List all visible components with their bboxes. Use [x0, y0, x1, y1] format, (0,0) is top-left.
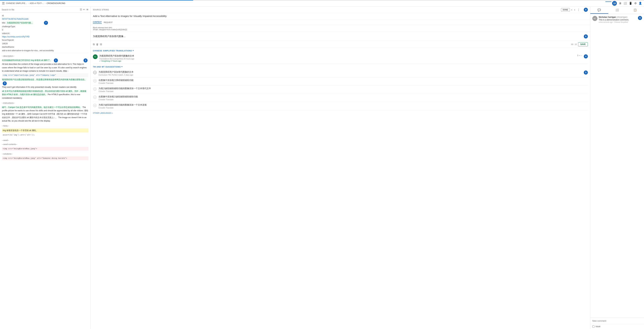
- tab-comments[interactable]: 💬: [590, 7, 608, 14]
- mid-panel: SOURCE STRING DONE ‹ › ⋮ 8 Add a Text Al…: [90, 7, 590, 329]
- breadcrumb-item-2[interactable]: ADD-A-TEXT-...: [30, 2, 44, 5]
- mid-top-bar: SOURCE STRING DONE ‹ › ⋮ 8: [90, 7, 590, 13]
- description-header: --description--: [2, 54, 88, 58]
- tm-icon-4: [93, 103, 97, 107]
- annotation-badge-4: 4: [584, 54, 588, 58]
- monitor-icon[interactable]: 🖥: [619, 2, 622, 5]
- annotation-badge-10: 10: [612, 1, 617, 6]
- save-button[interactable]: SAVE: [578, 42, 588, 46]
- annotation-badge-9: 9: [638, 16, 642, 20]
- tm-icon-0: TM: [93, 71, 97, 75]
- comment-avatar-0: NC: [592, 16, 598, 21]
- field-title-value: 为视觉障碍用户添加替代图...: [6, 21, 33, 25]
- tm-meta-0: Curriculum TM, Perfect match, 5 days ago: [98, 74, 582, 76]
- done-button[interactable]: DONE: [561, 8, 570, 12]
- tab-info[interactable]: ⬜: [608, 7, 626, 14]
- eye-icon[interactable]: 👁: [86, 8, 89, 11]
- tm-item-0: TM 为视觉障碍用户添加替代图像的文本 Curriculum TM, Perfe…: [93, 69, 588, 77]
- new-comment-input[interactable]: [592, 319, 642, 322]
- annotation-badge-8: 8: [584, 8, 588, 12]
- list-icon[interactable]: ☰: [80, 8, 82, 11]
- hints-text: img 标签应该包含一个非空的 alt 属性。: [2, 128, 88, 132]
- gear-icon[interactable]: ⚙: [634, 2, 636, 5]
- tm-meta-1: Crowdin Translate: [98, 82, 588, 84]
- field-id-label: id:: [2, 14, 88, 17]
- translation-author: Translations Bot (camperbot): [99, 58, 123, 60]
- source-string-label: SOURCE STRING: [93, 9, 560, 11]
- field-dashed-label: dashedName:: [2, 45, 88, 49]
- tablet-icon[interactable]: ⬜: [624, 2, 627, 5]
- svg-text:TM: TM: [94, 72, 96, 73]
- main-layout: ☰ ✏ 👁 id: 587d774c367417b2b2512a9c title…: [0, 7, 644, 329]
- annotation-badge-5: 5: [584, 71, 588, 75]
- translations-header[interactable]: CHINESE SIMPLIFIED TRANSLATIONS ▾: [93, 50, 588, 52]
- tm-item-2: 为视力缺陷辅助辅助功能的图像添加一个文本替代文件 Crowdin Transla…: [93, 86, 588, 94]
- context-tab[interactable]: CONTEXT: [93, 21, 102, 24]
- more-icon[interactable]: ⋮: [576, 8, 580, 12]
- field-challenge-label: challengeType:: [2, 25, 88, 28]
- prev-arrow[interactable]: ‹: [570, 8, 573, 11]
- request-tab[interactable]: REQUEST: [104, 21, 113, 23]
- translation-meta: Translations Bot (camperbot) 20 hours ag…: [99, 58, 576, 60]
- issue-checkbox[interactable]: [592, 325, 594, 328]
- right-panel: 💬 ⬜ 📋 NC Nicholas Carrigan (nhcarrigan) …: [590, 7, 644, 329]
- seed-header: --seed--: [2, 139, 88, 142]
- translation-avatar: TC: [93, 54, 98, 59]
- desc-en1: Alt text describes the content of the im…: [2, 63, 87, 72]
- annotation-badge-2: 2: [84, 58, 88, 63]
- sub-time: 17 hours ago: [110, 60, 121, 62]
- tm-icon-1: [93, 79, 97, 83]
- translation-time-val: 20 hours ago: [124, 58, 134, 60]
- tm-icon-2: [93, 87, 97, 91]
- next-arrow[interactable]: ›: [574, 8, 576, 11]
- topbar: ☰ CHINESE SIMPLIFIE... › ADD-A-TEXT-... …: [0, 0, 644, 7]
- breadcrumb-sep-2: ›: [45, 2, 46, 5]
- breadcrumb-item-1[interactable]: CHINESE SIMPLIFIE...: [6, 2, 27, 5]
- phone-icon[interactable]: 📱: [629, 2, 632, 5]
- translation-area: 为视觉障碍用户添加替代图像... 6: [90, 32, 590, 41]
- tm-section: TM AND MT SUGGESTIONS ▾ TM 为视觉障碍用户添加替代图像…: [93, 66, 588, 114]
- tm-content-0: 为视觉障碍用户添加替代图像的文本 Curriculum TM, Perfect …: [98, 71, 582, 76]
- topbar-right: 10 🖥 ⬜ 📱 ⚙ 👤: [612, 1, 642, 6]
- tm-header[interactable]: TM AND MT SUGGESTIONS ▾: [93, 66, 588, 68]
- seed-contents-header: --seed-contents--: [2, 143, 88, 146]
- user-icon[interactable]: 👤: [639, 2, 642, 5]
- comment-author-0: Nicholas Carrigan (nhcarrigan): [599, 16, 636, 18]
- tm-content-2: 为视力缺陷辅助辅助功能的图像添加一个文本替代文件 Crowdin Transla…: [98, 87, 588, 92]
- badge-10: 10: [612, 1, 617, 6]
- field-forum-value: 16628: [2, 42, 88, 45]
- edit-icon[interactable]: ✏: [83, 8, 85, 11]
- solutions-code: <img src="doingKarateNow.jpeg" alt="Some…: [2, 156, 88, 160]
- block-element-text: Block element text (div): [93, 27, 588, 29]
- annotation-badge-3: 3: [3, 81, 7, 85]
- vote-count: 0: [577, 54, 578, 57]
- instructions-block: 碰巧，Camper Cat 是忍者中写代码最厉害的。他正在建立一个可以分享忍者知…: [2, 106, 88, 123]
- source-title: Add a Text Alternative to Images for Vis…: [90, 13, 590, 20]
- field-videouri-label: videoUri:: [2, 32, 88, 35]
- issue-label: Issue: [596, 325, 600, 328]
- tab-details[interactable]: 📋: [626, 7, 644, 14]
- annotation-badge-7: 7: [44, 21, 48, 25]
- search-input[interactable]: [2, 9, 79, 11]
- downvote-icon[interactable]: −: [581, 54, 582, 57]
- instr-zh: 碰巧，Camper Cat 是忍者中写代码最厉害的。他正在建立一个可以分享忍者知…: [2, 106, 82, 108]
- copy-icon[interactable]: ⧉: [93, 43, 95, 46]
- other-languages-link[interactable]: OTHER LANGUAGES »: [93, 112, 588, 114]
- split-icon[interactable]: ⊟: [100, 43, 102, 46]
- delete-icon[interactable]: 🗑: [96, 43, 98, 46]
- search-bar: ☰ ✏ 👁: [0, 7, 90, 13]
- code-block-1: <img src="importantLogo.jpeg" alt="Compa…: [2, 73, 88, 77]
- field-forum-label: forumTopicId:: [2, 39, 88, 42]
- field-challenge-value: 0: [2, 28, 88, 32]
- desc-zh2: 视觉障碍用户无法通过视觉获取信息，而是通过屏幕阅读器将网页内容转换为音频以获取信…: [2, 78, 86, 81]
- tm-text-4: 为视力缺陷辅助辅助功能的图像添加一个文本选项: [98, 103, 588, 106]
- annotation-badge-1: 1: [54, 58, 58, 63]
- menu-icon[interactable]: ☰: [2, 2, 5, 5]
- upvote-icon[interactable]: +: [579, 54, 580, 57]
- solutions-header: --solutions--: [2, 152, 88, 156]
- instructions-header: --instructions--: [2, 101, 88, 105]
- topbar-progress: [0, 0, 644, 1]
- hints-header: --hints--: [2, 124, 88, 128]
- translations-section: CHINESE SIMPLIFIED TRANSLATIONS ▾ TC 为视觉…: [90, 48, 590, 329]
- tm-icon-3: [93, 95, 97, 99]
